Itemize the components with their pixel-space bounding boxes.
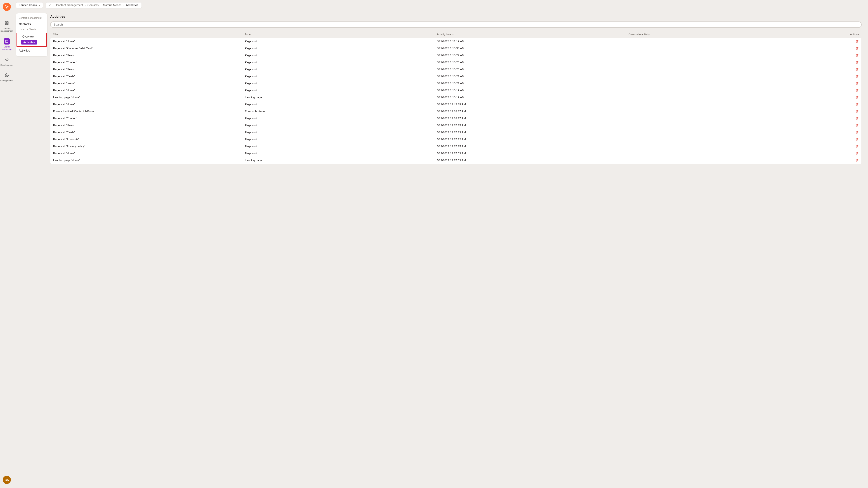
trash-icon xyxy=(856,131,859,134)
cell-time: 5/22/2023 12:37:15 AM xyxy=(437,145,628,148)
cell-type: Page visit xyxy=(245,61,436,64)
chevron-right-icon: › xyxy=(54,4,54,6)
cell-title: Page visit 'Platinum Debit Card' xyxy=(53,47,245,50)
trash-icon xyxy=(856,110,859,113)
trash-icon xyxy=(856,159,859,162)
cell-time: 5/22/2023 12:37:32 AM xyxy=(437,138,628,141)
rail-item-config[interactable]: Configuration xyxy=(1,70,13,84)
table-row[interactable]: Page visit 'Cards'Page visit5/22/2023 12… xyxy=(50,129,862,136)
delete-button[interactable] xyxy=(839,96,859,99)
col-activity-time-label: Activity time xyxy=(437,33,451,36)
search-input[interactable] xyxy=(50,22,862,28)
cell-time: 5/22/2023 1:10:30 AM xyxy=(437,47,628,50)
trash-icon xyxy=(856,145,859,148)
nav-link-activities-active[interactable]: Activities xyxy=(21,40,37,44)
cell-time: 5/22/2023 12:37:33 AM xyxy=(437,131,628,134)
trash-icon xyxy=(856,124,859,127)
trash-icon xyxy=(856,103,859,106)
table-row[interactable]: Landing page 'Home'Landing page5/22/2023… xyxy=(50,157,862,164)
chevron-right-icon: › xyxy=(85,4,86,6)
cell-time: 5/22/2023 12:37:03 AM xyxy=(437,159,628,162)
activities-table: Title Type Activity time ▼ Cross-site ac… xyxy=(50,33,862,164)
table-row[interactable]: Page visit 'Home'Page visit5/22/2023 12:… xyxy=(50,150,862,157)
table-row[interactable]: Page visit 'Cards'Page visit5/22/2023 1:… xyxy=(50,73,862,80)
cell-type: Page visit xyxy=(245,124,436,127)
cell-type: Page visit xyxy=(245,54,436,57)
rail-label: Digital marketing xyxy=(1,45,13,51)
cell-title: Page visit 'News' xyxy=(53,54,245,57)
nav-link-contacts[interactable]: Contacts xyxy=(18,21,45,27)
delete-button[interactable] xyxy=(839,159,859,162)
table-header: Title Type Activity time ▼ Cross-site ac… xyxy=(50,33,862,38)
config-icon xyxy=(4,72,10,79)
cell-type: Page visit xyxy=(245,82,436,85)
delete-button[interactable] xyxy=(839,138,859,141)
breadcrumb-item[interactable]: Contact management xyxy=(56,4,83,7)
cell-title: Landing page 'Home' xyxy=(53,159,245,162)
table-row[interactable]: Page visit 'Home'Page visit5/22/2023 1:1… xyxy=(50,87,862,94)
trash-icon xyxy=(856,47,859,50)
table-row[interactable]: Page visit 'Home'Page visit5/22/2023 1:1… xyxy=(50,38,862,45)
delete-button[interactable] xyxy=(839,89,859,92)
delete-button[interactable] xyxy=(839,145,859,148)
table-row[interactable]: Page visit 'Loans'Page visit5/22/2023 1:… xyxy=(50,80,862,87)
cell-time: 5/22/2023 12:38:37 AM xyxy=(437,110,628,113)
table-row[interactable]: Page visit 'Contact'Page visit5/22/2023 … xyxy=(50,59,862,66)
table-row[interactable]: Page visit 'News'Page visit5/22/2023 1:1… xyxy=(50,52,862,59)
delete-button[interactable] xyxy=(839,47,859,50)
col-title[interactable]: Title xyxy=(53,33,245,36)
svg-rect-10 xyxy=(7,22,8,23)
delete-button[interactable] xyxy=(839,61,859,64)
cell-time: 5/22/2023 1:10:23 AM xyxy=(437,61,628,64)
table-row[interactable]: Page visit 'Contact'Page visit5/22/2023 … xyxy=(50,115,862,122)
table-row[interactable]: Page visit 'Accounts'Page visit5/22/2023… xyxy=(50,136,862,143)
chevron-right-icon: › xyxy=(100,4,101,6)
delete-button[interactable] xyxy=(839,103,859,106)
delete-button[interactable] xyxy=(839,68,859,71)
site-picker-label: Kentico Kbank xyxy=(19,4,37,7)
cell-type: Form submission xyxy=(245,110,436,113)
rail-item-marketing[interactable]: Digital marketing xyxy=(1,36,13,53)
svg-rect-12 xyxy=(7,24,8,25)
svg-rect-11 xyxy=(5,24,6,25)
site-picker[interactable]: Kentico Kbank ▾ xyxy=(16,2,43,8)
trash-icon xyxy=(856,75,859,78)
breadcrumb-item[interactable]: Marcus Meeds xyxy=(103,4,122,7)
col-type[interactable]: Type xyxy=(245,33,437,36)
trash-icon xyxy=(856,40,859,43)
delete-button[interactable] xyxy=(839,40,859,43)
delete-button[interactable] xyxy=(839,117,859,120)
breadcrumb-item[interactable]: Contacts xyxy=(88,4,98,7)
table-row[interactable]: Page visit 'Platinum Debit Card'Page vis… xyxy=(50,45,862,52)
home-icon[interactable] xyxy=(49,4,52,6)
col-activity-time[interactable]: Activity time ▼ xyxy=(437,33,629,36)
col-cross-site[interactable]: Cross-site activity xyxy=(628,33,839,36)
delete-button[interactable] xyxy=(839,131,859,134)
trash-icon xyxy=(856,61,859,64)
delete-button[interactable] xyxy=(839,124,859,127)
table-row[interactable]: Page visit 'News'Page visit5/22/2023 12:… xyxy=(50,122,862,129)
table-row[interactable]: Page visit 'Privacy policy'Page visit5/2… xyxy=(50,143,862,150)
main-content: Activities Title Type Activity time ▼ Cr… xyxy=(50,0,868,171)
cell-title: Page visit 'Cards' xyxy=(53,75,245,78)
nav-link-activities[interactable]: Activities xyxy=(18,48,45,54)
nav-link-overview[interactable]: Overview xyxy=(18,34,45,39)
table-row[interactable]: Landing page 'Home'Landing page5/22/2023… xyxy=(50,94,862,101)
table-row[interactable]: Page visit 'News'Page visit5/22/2023 1:1… xyxy=(50,66,862,73)
cell-time: 5/22/2023 1:11:19 AM xyxy=(437,40,628,43)
rail-item-dev[interactable]: Development xyxy=(1,55,13,68)
delete-button[interactable] xyxy=(839,75,859,78)
content-icon xyxy=(4,20,10,26)
delete-button[interactable] xyxy=(839,54,859,57)
cell-type: Page visit xyxy=(245,68,436,71)
table-row[interactable]: Page visit 'Home'Page visit5/22/2023 12:… xyxy=(50,101,862,108)
delete-button[interactable] xyxy=(839,110,859,113)
table-row[interactable]: Form submitted 'ContactUsForm'Form submi… xyxy=(50,108,862,115)
svg-point-14 xyxy=(6,75,7,76)
delete-button[interactable] xyxy=(839,82,859,85)
chevron-right-icon: › xyxy=(123,4,124,6)
cell-title: Page visit 'Home' xyxy=(53,152,245,155)
brand-logo[interactable] xyxy=(3,3,11,11)
delete-button[interactable] xyxy=(839,152,859,155)
rail-item-content[interactable]: Content management xyxy=(1,18,13,35)
